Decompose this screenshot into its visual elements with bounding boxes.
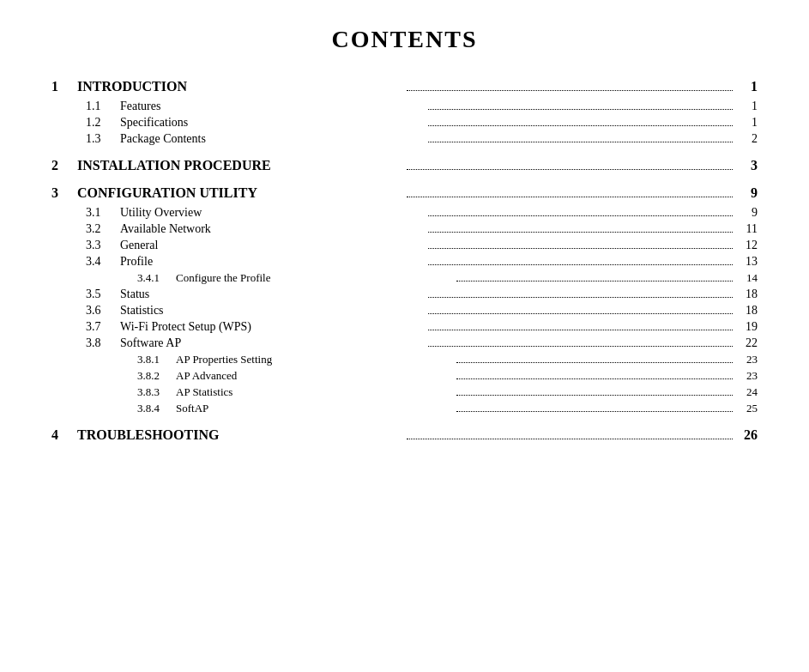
page-title: CONTENTS xyxy=(51,26,758,53)
toc-page: 14 xyxy=(736,271,758,285)
toc-number: 3.4.1 xyxy=(137,271,176,285)
toc-entry: 3.8.3AP Statistics24 xyxy=(51,385,758,399)
toc-number: 3.5 xyxy=(86,288,120,301)
toc-label: Status xyxy=(120,288,425,301)
toc-entry: 1.3Package Contents2 xyxy=(51,132,758,146)
toc-page: 18 xyxy=(736,304,758,318)
toc-page: 9 xyxy=(736,185,758,201)
toc-dots xyxy=(428,330,733,330)
toc-number: 3.2 xyxy=(86,222,120,236)
toc-dots xyxy=(428,109,733,110)
toc-entry: 1.1Features1 xyxy=(51,100,758,113)
toc-entry: 3.8.1AP Properties Setting23 xyxy=(51,353,758,366)
toc-dots xyxy=(428,264,733,265)
toc-number: 3.8.1 xyxy=(137,353,176,366)
toc-page: 19 xyxy=(736,320,758,334)
toc-label: Configure the Profile xyxy=(176,271,453,285)
toc-label: INTRODUCTION xyxy=(77,79,403,94)
toc-dots xyxy=(428,142,733,142)
toc-page: 1 xyxy=(736,100,758,113)
toc-page: 22 xyxy=(736,336,758,350)
toc-number: 3.3 xyxy=(86,239,120,252)
toc-label: Available Network xyxy=(120,222,425,236)
toc-label: AP Advanced xyxy=(176,369,453,383)
toc-number: 4 xyxy=(51,427,77,443)
toc-label: AP Statistics xyxy=(176,385,453,399)
toc-label: Package Contents xyxy=(120,132,425,146)
toc-number: 3.8.3 xyxy=(137,385,176,399)
toc-dots xyxy=(456,411,734,412)
toc-label: AP Properties Setting xyxy=(176,353,453,366)
toc-number: 3.6 xyxy=(86,304,120,318)
toc-entry: 3.2Available Network11 xyxy=(51,222,758,236)
toc-number: 3 xyxy=(51,185,77,201)
toc-number: 3.4 xyxy=(86,255,120,269)
toc-page: 24 xyxy=(736,385,758,399)
toc-entry: 4TROUBLESHOOTING26 xyxy=(51,427,758,443)
toc-dots xyxy=(456,362,734,363)
toc-page: 3 xyxy=(736,158,758,173)
toc-dots xyxy=(407,197,733,197)
toc-dots xyxy=(456,281,734,282)
toc-entry: 3.8Software AP22 xyxy=(51,336,758,350)
toc-entry: 3CONFIGURATION UTILITY9 xyxy=(51,185,758,201)
toc-number: 1.1 xyxy=(86,100,120,113)
toc-dots xyxy=(428,215,733,216)
toc-label: Software AP xyxy=(120,336,425,350)
toc-label: CONFIGURATION UTILITY xyxy=(77,185,403,201)
toc-entry: 3.5Status18 xyxy=(51,288,758,301)
toc-dots xyxy=(407,439,733,439)
toc-page: 13 xyxy=(736,255,758,269)
toc-number: 1 xyxy=(51,79,77,94)
toc-entry: 3.4Profile13 xyxy=(51,255,758,269)
toc-label: Statistics xyxy=(120,304,425,318)
toc-number: 3.1 xyxy=(86,206,120,220)
toc-dots xyxy=(407,90,733,91)
toc-dots xyxy=(428,232,733,233)
toc-number: 2 xyxy=(51,158,77,173)
toc-dots xyxy=(428,346,733,347)
toc-label: General xyxy=(120,239,425,252)
toc-entry: 3.3General12 xyxy=(51,239,758,252)
toc-entry: 2INSTALLATION PROCEDURE3 xyxy=(51,158,758,173)
toc-label: SoftAP xyxy=(176,402,453,415)
toc-number: 1.3 xyxy=(86,132,120,146)
toc-entry: 3.8.4SoftAP25 xyxy=(51,402,758,415)
toc-label: INSTALLATION PROCEDURE xyxy=(77,158,403,173)
toc-page: 23 xyxy=(736,369,758,383)
toc-page: 18 xyxy=(736,288,758,301)
toc-number: 3.8.2 xyxy=(137,369,176,383)
toc-page: 12 xyxy=(736,239,758,252)
toc-dots xyxy=(407,169,733,170)
toc-dots xyxy=(456,395,734,396)
toc-entry: 3.8.2AP Advanced23 xyxy=(51,369,758,383)
toc-page: 26 xyxy=(736,427,758,443)
toc-dots xyxy=(456,378,734,379)
toc-entry: 3.7Wi-Fi Protect Setup (WPS)19 xyxy=(51,320,758,334)
toc-number: 1.2 xyxy=(86,116,120,130)
toc-dots xyxy=(428,248,733,249)
toc-dots xyxy=(428,313,733,314)
toc-label: TROUBLESHOOTING xyxy=(77,427,403,443)
toc-container: 1INTRODUCTION11.1Features11.2Specificati… xyxy=(51,79,758,443)
toc-entry: 1INTRODUCTION1 xyxy=(51,79,758,94)
toc-page: 9 xyxy=(736,206,758,220)
toc-page: 23 xyxy=(736,353,758,366)
toc-number: 3.8.4 xyxy=(137,402,176,415)
toc-page: 1 xyxy=(736,79,758,94)
toc-label: Profile xyxy=(120,255,425,269)
toc-dots xyxy=(428,125,733,126)
toc-page: 2 xyxy=(736,132,758,146)
toc-dots xyxy=(428,297,733,298)
toc-label: Features xyxy=(120,100,425,113)
toc-label: Specifications xyxy=(120,116,425,130)
toc-page: 25 xyxy=(736,402,758,415)
toc-label: Wi-Fi Protect Setup (WPS) xyxy=(120,320,425,334)
toc-number: 3.8 xyxy=(86,336,120,350)
toc-page: 11 xyxy=(736,222,758,236)
toc-label: Utility Overview xyxy=(120,206,425,220)
toc-entry: 3.6Statistics18 xyxy=(51,304,758,318)
toc-number: 3.7 xyxy=(86,320,120,334)
toc-entry: 3.1Utility Overview9 xyxy=(51,206,758,220)
toc-entry: 1.2Specifications1 xyxy=(51,116,758,130)
